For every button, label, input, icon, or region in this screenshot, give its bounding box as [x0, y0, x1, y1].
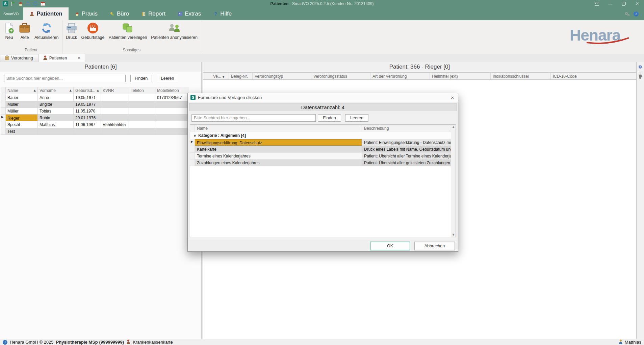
aktualisieren-button[interactable]: Aktualisieren: [32, 22, 61, 41]
column-header[interactable]: Indikationsschlüssel: [491, 73, 551, 79]
column-header[interactable]: Art der Verordnung: [370, 73, 430, 79]
dialog-search-input[interactable]: [191, 114, 316, 122]
cancel-button[interactable]: Abbrechen: [414, 242, 455, 250]
table-row[interactable]: SpechtMatthias 11.06.1987V555555555: [1, 121, 189, 128]
close-icon[interactable]: ×: [630, 0, 644, 7]
tab-close-icon[interactable]: ×: [78, 56, 80, 60]
form-row[interactable]: Karteikarte Druck eines Labels mit Name,…: [190, 146, 456, 153]
patient-list-title: Patienten [6]: [0, 62, 201, 72]
smartvo-logo-icon: S: [190, 95, 196, 100]
person-icon: [29, 11, 34, 17]
person-icon: [126, 339, 130, 345]
calendar-icon[interactable]: 1: [40, 1, 45, 6]
smartvo-logo-icon[interactable]: S: [3, 1, 8, 6]
form-row-selected[interactable]: ▶ Einwilligungserklärung: Datenschutz Pa…: [190, 139, 456, 146]
column-header[interactable]: Heilmittel (ext): [430, 73, 491, 79]
maximize-icon[interactable]: [617, 0, 630, 7]
akte-button[interactable]: Akte: [17, 22, 32, 41]
henara-logo: Henara: [566, 24, 634, 48]
form-row[interactable]: Termine eines Kalenderjahres Patient: Üb…: [190, 153, 456, 159]
home-icon[interactable]: [18, 1, 23, 6]
birthday-cake-icon: [87, 22, 99, 34]
patient-table: Name▲ Vorname▲ Geburtsd...▲ KVNR Telefon…: [1, 87, 189, 135]
minimize-icon[interactable]: —: [603, 0, 617, 7]
svg-text:Henara: Henara: [570, 26, 621, 44]
print-forms-dialog: S Formulare und Vorlagen drucken × Daten…: [187, 93, 458, 252]
dialog-title-bar: S Formulare und Vorlagen drucken ×: [188, 93, 458, 102]
info-icon[interactable]: i: [634, 11, 639, 17]
patient-clear-button[interactable]: Leeren: [157, 75, 178, 82]
patient-search-input[interactable]: [4, 75, 126, 82]
menu-item-buero[interactable]: Büro: [104, 7, 135, 20]
svg-text:1: 1: [42, 3, 44, 6]
practice-label: Physiotherapie MSp (999999999): [56, 340, 124, 345]
dialog-title: Formulare und Vorlagen drucken: [198, 95, 262, 100]
neu-button[interactable]: Neu: [1, 22, 17, 41]
user-icon: [619, 339, 623, 345]
scroll-up-icon[interactable]: ▲: [452, 125, 454, 128]
ribbon-group-label-patient: Patient: [0, 47, 62, 54]
table-row[interactable]: MüllerBrigitte 19.05.1977: [1, 101, 189, 108]
column-header[interactable]: Verordnungstyp: [253, 73, 311, 79]
help-side-tab[interactable]: ? Hilfe: [636, 62, 644, 339]
patienten-vereinigen-button[interactable]: Patienten vereinigen: [106, 22, 149, 41]
tab-patienten[interactable]: Patienten ×: [38, 54, 85, 62]
column-header[interactable]: Name: [195, 125, 362, 132]
window-style-icon[interactable]: [590, 0, 603, 7]
brand-label: SmartVO: [0, 12, 23, 16]
table-row[interactable]: Test: [1, 128, 189, 135]
menu-item-report[interactable]: Report: [135, 7, 172, 20]
ribbon-group-label-sonstiges: Sonstiges: [62, 47, 201, 54]
table-row[interactable]: BauerAnne 19.05.1971 01731234567: [1, 94, 189, 101]
clipboard-icon: [5, 55, 9, 61]
menu-item-praxis[interactable]: Praxis: [69, 7, 104, 20]
flag-icon[interactable]: [10, 1, 16, 6]
dialog-close-icon[interactable]: ×: [449, 95, 455, 100]
sitemap-icon[interactable]: [25, 1, 30, 6]
column-header[interactable]: Vorname▲: [38, 87, 74, 94]
merge-squares-icon: [122, 22, 133, 34]
title-bar: S 1 Patienten - SmartVO 2025.0.2.5 (Kund…: [0, 0, 644, 7]
ok-button[interactable]: OK: [370, 242, 410, 250]
druck-button[interactable]: Druck: [64, 22, 79, 41]
refresh-icon: [41, 22, 52, 34]
dialog-find-button[interactable]: Finden: [318, 114, 341, 122]
quick-access-toolbar: S 1: [0, 1, 45, 6]
table-row[interactable]: MüllerTobias 11.05.1970: [1, 108, 189, 115]
settings-gears-icon[interactable]: [624, 11, 629, 17]
patient-find-button[interactable]: Finden: [130, 75, 152, 82]
status-bar: i Henara GmbH © 2025 Physiotherapie MSp …: [0, 339, 644, 345]
people-group-icon: [169, 22, 180, 34]
row-marker-icon: ▶: [190, 139, 195, 146]
record-count-label: Datensatzanzahl: 4: [189, 103, 457, 111]
scroll-down-icon[interactable]: ▼: [452, 233, 454, 236]
column-header[interactable]: Ve... ▼: [211, 73, 229, 79]
column-header[interactable]: Beschreibung: [362, 125, 456, 132]
column-header[interactable]: Telefon: [129, 87, 155, 94]
menu-item-hilfe[interactable]: ? Hilfe: [207, 7, 238, 20]
column-header[interactable]: Geburtsd...▲: [74, 87, 101, 94]
tab-verordnung[interactable]: Verordnung: [0, 54, 38, 62]
table-row-selected[interactable]: ▶ RiegerRobin 29.01.1976: [1, 115, 189, 121]
column-header[interactable]: Verordnungsstatus: [311, 73, 370, 79]
column-header[interactable]: ICD-10-Code: [551, 73, 636, 79]
forms-table-header: Name Beschreibung: [190, 125, 456, 132]
column-header[interactable]: Beleg-Nr.: [229, 73, 253, 79]
category-group-row[interactable]: ∨ Kategorie : Allgemein [4]: [190, 132, 456, 139]
column-header[interactable]: Mobiltelefon: [155, 87, 189, 94]
form-row[interactable]: Zuzahlungen eines Kalenderjahres Patient…: [190, 159, 456, 166]
extras-icon: [178, 11, 183, 17]
menu-item-patienten[interactable]: Patienten: [23, 7, 69, 20]
geburtstage-button[interactable]: Geburtstage: [79, 22, 107, 41]
ribbon-group-sonstiges: Druck Geburtstage Patienten vereinigen P…: [62, 20, 201, 54]
refresh-icon[interactable]: [33, 1, 38, 6]
dialog-scrollbar[interactable]: ▲ ▼: [451, 125, 456, 237]
column-header[interactable]: KVNR: [101, 87, 129, 94]
menu-item-extras[interactable]: Extras: [172, 7, 207, 20]
report-icon: [141, 11, 146, 17]
home-icon: [75, 11, 80, 17]
dialog-clear-button[interactable]: Leeren: [345, 114, 368, 122]
patienten-anonymisieren-button[interactable]: Patienten anonymisieren: [149, 22, 200, 41]
column-header[interactable]: Name▲: [6, 87, 38, 94]
prescription-panel-title: Patient: 366 - Rieger [0]: [203, 62, 636, 72]
